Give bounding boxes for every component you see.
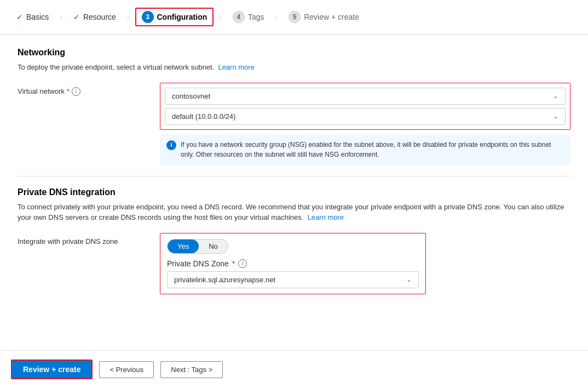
resource-label: Resource xyxy=(83,13,116,21)
divider-2: › xyxy=(127,13,130,21)
review-step-num: 5 xyxy=(289,11,301,23)
private-dns-zone-label-row: Private DNS Zone * i xyxy=(167,259,419,268)
nsg-info-text: If you have a network security group (NS… xyxy=(181,140,564,159)
tags-step-num: 4 xyxy=(233,11,245,23)
wizard-step-tags[interactable]: 4 Tags xyxy=(227,8,270,26)
previous-button[interactable]: < Previous xyxy=(99,361,154,378)
virtual-network-required: * xyxy=(67,87,70,95)
integrate-dns-field: Integrate with private DNS zone Yes No P… xyxy=(18,233,570,294)
toggle-pill[interactable]: Yes No xyxy=(167,239,228,254)
wizard-nav: ✓ Basics › ✓ Resource › 3 Configuration … xyxy=(0,0,588,35)
virtual-network-info-icon[interactable]: i xyxy=(72,87,80,96)
network-fields-highlight-box: contosovnet ⌄ default (10.0.0.0/24) ⌄ xyxy=(160,83,570,130)
private-dns-zone-info-icon[interactable]: i xyxy=(238,259,247,268)
integrate-dns-label-container: Integrate with private DNS zone xyxy=(18,233,160,246)
networking-title: Networking xyxy=(18,48,570,58)
next-button[interactable]: Next : Tags > xyxy=(160,361,223,378)
configuration-label: Configuration xyxy=(157,13,207,21)
virtual-network-label: Virtual network xyxy=(18,87,65,95)
virtual-network-field: Virtual network * i contosovnet ⌄ defaul… xyxy=(18,83,570,165)
integrate-dns-label: Integrate with private DNS zone xyxy=(18,237,118,246)
subnet-dropdown[interactable]: default (10.0.0.0/24) ⌄ xyxy=(165,108,566,125)
private-dns-learn-more[interactable]: Learn more xyxy=(308,213,344,221)
networking-description: To deploy the private endpoint, select a… xyxy=(18,62,570,73)
subnet-dropdown-wrapper: default (10.0.0.0/24) ⌄ xyxy=(165,108,566,125)
nsg-info-circle-icon: i xyxy=(166,140,176,150)
virtual-network-chevron-icon: ⌄ xyxy=(553,92,558,100)
nsg-info-box: i If you have a network security group (… xyxy=(160,134,570,165)
private-dns-zone-dropdown[interactable]: privatelink.sql.azuresynapse.net ⌄ xyxy=(167,271,419,288)
dns-integration-highlight-box: Yes No Private DNS Zone * i privatelink.… xyxy=(160,233,426,294)
private-dns-description: To connect privately with your private e… xyxy=(18,202,570,223)
divider-4: › xyxy=(275,13,278,21)
virtual-network-input-area: contosovnet ⌄ default (10.0.0.0/24) ⌄ i … xyxy=(160,83,570,165)
main-content: Networking To deploy the private endpoin… xyxy=(0,35,588,350)
subnet-chevron-icon: ⌄ xyxy=(553,112,558,120)
wizard-step-basics[interactable]: ✓ Basics xyxy=(11,9,54,25)
page-container: ✓ Basics › ✓ Resource › 3 Configuration … xyxy=(0,0,588,388)
footer: Review + create < Previous Next : Tags > xyxy=(0,350,588,388)
private-dns-zone-value: privatelink.sql.azuresynapse.net xyxy=(174,276,275,284)
resource-check-icon: ✓ xyxy=(73,13,80,21)
wizard-step-review[interactable]: 5 Review + create xyxy=(283,8,365,26)
virtual-network-dropdown[interactable]: contosovnet ⌄ xyxy=(165,88,566,105)
basics-check-icon: ✓ xyxy=(16,13,23,21)
basics-label: Basics xyxy=(26,13,49,21)
integrate-dns-input-area: Yes No Private DNS Zone * i privatelink.… xyxy=(160,233,570,294)
private-dns-title: Private DNS integration xyxy=(18,187,570,197)
virtual-network-value: contosovnet xyxy=(172,92,210,100)
configuration-step-num: 3 xyxy=(142,11,154,23)
virtual-network-label-container: Virtual network * i xyxy=(18,83,160,96)
private-dns-zone-chevron-icon: ⌄ xyxy=(406,276,412,283)
private-dns-zone-label: Private DNS Zone xyxy=(167,259,229,268)
divider-1: › xyxy=(60,13,62,21)
review-label: Review + create xyxy=(304,13,359,21)
wizard-step-configuration[interactable]: 3 Configuration xyxy=(135,8,214,26)
subnet-value: default (10.0.0.0/24) xyxy=(172,112,235,121)
tags-label: Tags xyxy=(248,13,264,21)
review-create-button[interactable]: Review + create xyxy=(11,360,93,379)
networking-learn-more[interactable]: Learn more xyxy=(218,63,254,71)
toggle-yes[interactable]: Yes xyxy=(168,239,199,253)
yes-no-toggle: Yes No xyxy=(167,239,419,254)
private-dns-zone-field: Private DNS Zone * i privatelink.sql.azu… xyxy=(167,259,419,288)
private-dns-zone-required: * xyxy=(232,259,235,268)
divider-3: › xyxy=(219,13,222,21)
wizard-step-resource[interactable]: ✓ Resource xyxy=(68,9,122,25)
section-divider xyxy=(18,176,570,176)
toggle-no[interactable]: No xyxy=(199,239,228,253)
